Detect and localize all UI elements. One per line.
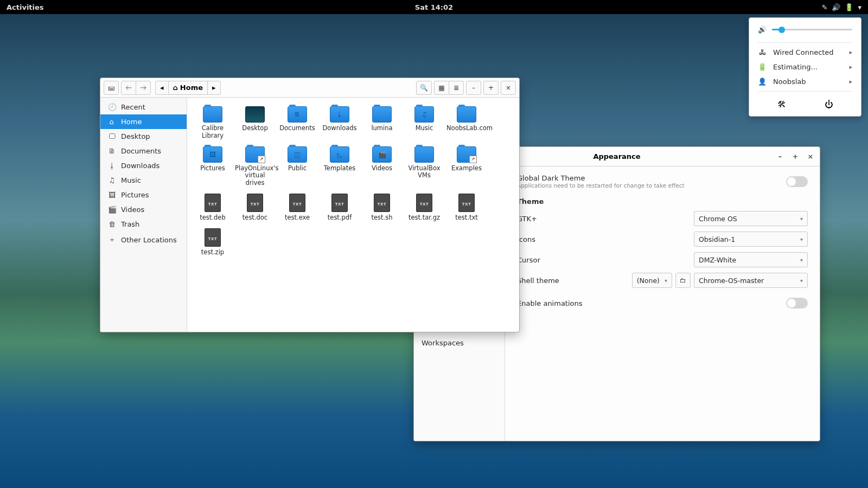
sidebar-item-videos[interactable]: 🎬Videos [100,202,187,217]
category-workspaces[interactable]: Workspaces [414,335,505,351]
shell-none-select[interactable]: (None) [632,273,672,288]
file-item[interactable]: ◫Public [276,144,318,189]
file-titlebar[interactable]: 🖴 🡠 🡢 ◂ ⌂ Home ▸ 🔍 ▦ ≣ – + × [100,78,519,98]
file-icon-view[interactable]: Calibre LibraryDesktop🗎Documents⭳Downloa… [187,98,519,332]
file-item[interactable]: NoobsLab.com [445,104,488,142]
file-item[interactable]: lumina [361,104,403,142]
volume-slider[interactable] [772,29,852,30]
file-item[interactable]: Desktop [234,104,276,142]
sidebar-item-music[interactable]: ♫Music [100,173,187,188]
animations-toggle[interactable] [786,298,808,309]
sidebar-item-label: Recent [121,103,145,111]
file-item[interactable]: Calibre Library [192,104,234,142]
file-item[interactable]: Examples [445,144,488,189]
file-item[interactable]: PlayOnLinux's virtual drives [234,144,276,189]
shell-theme-select[interactable]: Chrome-OS-master [694,273,808,288]
back-button[interactable]: 🡠 [121,81,136,95]
sidebar-item-documents[interactable]: 🗎Documents [100,144,187,158]
file-item-label: test.zip [193,249,233,256]
file-item-label: Examples [446,165,487,172]
minimize-button[interactable]: – [775,152,785,162]
close-button[interactable]: × [806,152,815,162]
network-label: Wired Connected [773,48,834,56]
path-home-button[interactable]: ⌂ Home [168,81,208,95]
videos-icon: 🎬 [108,206,116,214]
cursor-theme-select[interactable]: DMZ-White [694,252,808,267]
drive-button[interactable]: 🖴 [104,81,119,95]
minimize-button[interactable]: – [466,81,481,95]
path-prev-button[interactable]: ◂ [155,81,169,95]
folder-icon: 🗎 [288,106,307,123]
file-item[interactable]: 🎬Videos [361,144,403,189]
file-item[interactable]: 🗎Documents [276,104,318,142]
text-file-icon [416,194,432,212]
shell-theme-file-button[interactable]: 🗀 [675,273,691,288]
battery-icon: 🔋 [845,3,853,11]
text-file-icon [331,194,348,212]
file-item[interactable]: test.txt [445,191,488,224]
music-icon: ♫ [108,176,116,184]
text-file-icon [374,194,390,212]
file-item[interactable]: ⭳Downloads [318,104,361,142]
sidebar-item-label: Trash [121,220,139,228]
system-tray[interactable]: ✎ 🔊 🔋 ▾ [822,3,868,11]
close-button[interactable]: × [501,81,516,95]
file-manager-window: 🖴 🡠 🡢 ◂ ⌂ Home ▸ 🔍 ▦ ≣ – + × 🕘Recent⌂Hom… [100,78,520,332]
forward-button[interactable]: 🡢 [136,81,151,95]
maximize-button[interactable]: + [483,81,499,95]
icon-theme-select[interactable]: Obsidian-1 [694,232,808,247]
sidebar-item-downloads[interactable]: ⭳Downloads [100,158,187,173]
clock[interactable]: Sat 14:02 [415,3,453,11]
dark-theme-toggle[interactable] [786,176,808,187]
maximize-button[interactable]: + [790,152,800,162]
view-list-button[interactable]: ≣ [449,81,464,95]
folder-icon [414,146,434,163]
cursor-label: Cursor [517,256,540,264]
file-item[interactable]: test.exe [276,191,318,224]
view-icons-button[interactable]: ▦ [434,81,449,95]
sidebar-item-home[interactable]: ⌂Home [100,114,187,129]
file-item[interactable]: ◺Templates [318,144,361,189]
power-icon[interactable]: ⏻ [825,99,833,110]
sidebar-item-recent[interactable]: 🕘Recent [100,100,187,114]
sidebar-item-desktop[interactable]: 🖵Desktop [100,129,187,144]
sidebar-item-pictures[interactable]: 🖼Pictures [100,188,187,202]
sidebar-item-label: Downloads [121,162,159,170]
battery-item[interactable]: 🔋 Estimating... ▸ [749,60,861,74]
file-item-label: VirtualBox VMs [404,165,444,180]
file-sidebar: 🕘Recent⌂Home🖵Desktop🗎Documents⭳Downloads… [100,98,187,332]
file-item[interactable]: test.sh [361,191,403,224]
file-item[interactable]: 🖼Pictures [192,144,234,189]
file-item[interactable]: test.pdf [318,191,361,224]
documents-icon: 🗎 [108,147,116,155]
path-next-button[interactable]: ▸ [207,81,221,95]
gtk-theme-select[interactable]: Chrome OS [694,211,808,226]
file-item[interactable]: test.doc [234,191,276,224]
network-item[interactable]: 🖧 Wired Connected ▸ [749,45,861,60]
file-item[interactable]: test.zip [192,226,234,259]
recent-icon: 🕘 [108,103,116,111]
settings-icon[interactable]: 🛠 [777,99,786,110]
file-item[interactable]: VirtualBox VMs [403,144,445,189]
sidebar-item-label: Documents [121,147,161,155]
tweak-title: Appearance [593,152,640,160]
sidebar-item-trash[interactable]: 🗑Trash [100,217,187,232]
file-item[interactable]: ♫Music [403,104,445,142]
dark-theme-subtext: Applications need to be restarted for ch… [517,182,685,189]
activities-button[interactable]: Activities [0,3,44,11]
file-item-label: test.pdf [320,214,360,222]
home-icon: ⌂ [173,84,178,92]
file-item-label: lumina [362,125,402,132]
folder-icon [203,106,222,123]
folder-icon: 🎬 [372,146,392,163]
sidebar-item-other-locations[interactable]: ＋Other Locations [100,232,187,248]
file-item[interactable]: test.tar.gz [403,191,445,224]
file-item[interactable]: test.deb [192,191,234,224]
sidebar-item-label: Desktop [121,132,150,140]
user-item[interactable]: 👤 Noobslab ▸ [749,74,861,89]
chevron-down-icon: ▾ [858,3,861,11]
animations-label: Enable animations [517,299,583,307]
search-button[interactable]: 🔍 [416,81,432,95]
file-item-label: Public [277,165,317,172]
shell-theme-label: Shell theme [517,277,559,285]
